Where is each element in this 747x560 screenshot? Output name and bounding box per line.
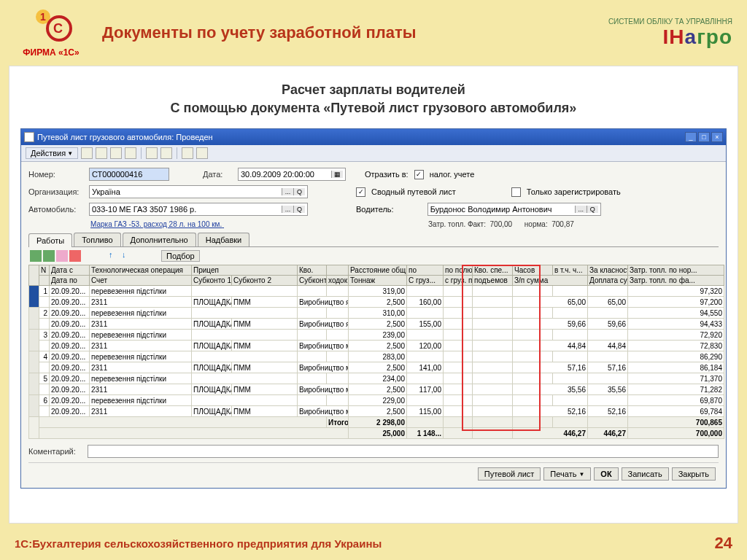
content-area: Расчет зарплаты водителей С помощью доку… [9, 66, 738, 524]
delete-row-icon[interactable] [69, 250, 81, 262]
app-window: Путевой лист грузового автомобиля: Прове… [20, 128, 727, 489]
search-icon[interactable]: Q [587, 206, 598, 213]
auto-input[interactable]: 033-10 МЕ ГАЗ 3507 1986 р....Q [89, 203, 308, 216]
table-row[interactable]: 320.09.20...перевезення підстілки 239,00… [29, 330, 724, 341]
svod-label: Сводный путевой лист [371, 187, 456, 196]
logo-1c: 1 С ФИРМА «1С» [15, 8, 88, 58]
footer-buttons: Путевой лист Печать ▼ ОК Записать Закрыт… [28, 462, 719, 482]
print-button[interactable]: Печать ▼ [543, 467, 591, 481]
separator [141, 147, 142, 159]
toolbar-icon-4[interactable] [125, 147, 136, 159]
toolbar-icon-6[interactable] [160, 147, 172, 159]
table-row[interactable]: 220.09.20...перевезення підстілки 310,00… [29, 308, 724, 319]
inagro-tagline: СИСТЕМИ ОБЛІКУ ТА УПРАВЛІННЯ [594, 18, 732, 26]
move-up-icon[interactable]: ↑ [109, 250, 120, 262]
ok-button[interactable]: ОК [594, 467, 618, 481]
onlyreg-checkbox[interactable] [511, 187, 521, 197]
date-input[interactable]: 30.09.2009 20:00:00▦ [238, 168, 346, 181]
tab-additional[interactable]: Дополнительно [123, 233, 196, 246]
toolbar-icon-3[interactable] [110, 147, 122, 159]
org-input[interactable]: Україна...Q [89, 185, 308, 198]
calendar-icon[interactable]: ▦ [331, 171, 343, 178]
toolbar-icon[interactable] [148, 250, 160, 262]
subtitle: Расчет зарплаты водителей С помощью доку… [20, 81, 727, 117]
tax-label: налог. учете [430, 170, 475, 179]
table-row[interactable]: 20.09.20...2311ПЛОЩАДКА ...ПММВиробництв… [29, 384, 724, 395]
edit-row-icon[interactable] [56, 250, 68, 262]
toolbar-icon-7[interactable] [182, 147, 193, 159]
tabs: Работы Топливо Дополнительно Надбавки [28, 233, 719, 247]
toolbar-icon-2[interactable] [96, 147, 107, 159]
footer-text: 1С:Бухгалтерия сельскохозяйственного пре… [15, 537, 382, 550]
driver-input[interactable]: Бурдонос Володимир Антонович...Q [427, 203, 601, 216]
table-row[interactable]: 20.09.20...2311ПЛОЩАДКА ...ПММВиробництв… [29, 297, 724, 308]
slide-header: 1 С ФИРМА «1С» Документы по учету зарабо… [0, 0, 747, 66]
toolbar-icon[interactable] [96, 250, 107, 262]
date-label: Дата: [203, 170, 232, 179]
page-number: 24 [715, 534, 732, 553]
move-down-icon[interactable]: ↓ [122, 250, 133, 262]
svg-text:С: С [53, 21, 63, 36]
separator [177, 147, 177, 159]
minimize-button[interactable]: _ [685, 132, 697, 142]
table-row[interactable]: 20.09.20...2311ПЛОЩАДКА ...ПММВиробництв… [29, 319, 724, 330]
logo-1c-icon: 1 С [30, 8, 72, 43]
save-button[interactable]: Записать [622, 467, 669, 481]
main-toolbar: Действия ▼ [21, 145, 726, 162]
table-row[interactable]: 20.09.20...2311ПЛОЩАДКА ...ПММВиробництв… [29, 406, 724, 417]
close-button[interactable]: Закрыть [672, 467, 716, 481]
table-row[interactable]: 620.09.20...перевезення підстілки 229,00… [29, 395, 724, 406]
selection-button[interactable]: Подбор [161, 250, 200, 262]
toolbar-icon-5[interactable] [146, 147, 158, 159]
maximize-button[interactable]: □ [698, 132, 710, 142]
svod-checkbox[interactable]: ✓ [356, 187, 365, 197]
number-label: Номер: [28, 170, 83, 179]
inagro-brand: ІНагро [594, 26, 732, 49]
subtitle-line2: С помощью документа «Путевой лист грузов… [171, 101, 577, 115]
close-button[interactable]: × [711, 132, 723, 142]
add-row-icon[interactable] [30, 250, 42, 262]
tab-work[interactable]: Работы [28, 233, 72, 247]
org-label: Организация: [28, 187, 83, 196]
svg-text:1: 1 [40, 11, 46, 23]
doc-icon [24, 132, 34, 142]
data-table[interactable]: NДата сТехнологическая операция ПрицепКв… [28, 265, 724, 439]
select-icon[interactable]: ... [575, 206, 587, 213]
form-body: Номер: СТ000000416 Дата: 30.09.2009 20:0… [21, 162, 726, 488]
auto-label: Автомобиль: [28, 205, 83, 214]
auto-info: Марка ГАЗ -53. расход 28 л. на 100 км. З… [90, 220, 719, 228]
waybill-button[interactable]: Путевой лист [478, 467, 541, 481]
comment-label: Коментарий: [28, 447, 83, 456]
toolbar-icon[interactable] [135, 250, 147, 262]
chevron-down-icon: ▼ [67, 150, 73, 157]
driver-label: Водитель: [356, 205, 394, 214]
table-row[interactable]: 420.09.20...перевезення підстілки 283,00… [29, 351, 724, 362]
tab-bonuses[interactable]: Надбавки [198, 233, 249, 246]
titlebar[interactable]: Путевой лист грузового автомобиля: Прове… [21, 129, 726, 145]
reflect-label: Отразить в: [365, 170, 409, 179]
tax-checkbox[interactable]: ✓ [414, 170, 424, 179]
search-icon[interactable]: Q [293, 188, 305, 195]
toolbar-icon-1[interactable] [81, 147, 93, 159]
table-row[interactable]: 20.09.20...2311ПЛОЩАДКА ...ПММВиробництв… [29, 341, 724, 351]
select-icon[interactable]: ... [282, 188, 293, 195]
table-row[interactable]: 520.09.20...перевезення підстілки 234,00… [29, 373, 724, 384]
table-row[interactable]: 20.09.20...2311ПЛОЩАДКА ...ПММВиробництв… [29, 362, 724, 373]
total-row: Итого: 2 298,00700,865 [29, 417, 724, 428]
toolbar-icon[interactable] [82, 250, 94, 262]
copy-row-icon[interactable] [43, 250, 55, 262]
total-row: 25,0001 148...446,27446,27700,000 [29, 428, 724, 439]
comment-input[interactable] [88, 445, 719, 458]
tab-fuel[interactable]: Топливо [74, 233, 120, 246]
toolbar-icon-8[interactable] [196, 147, 208, 159]
slide-footer: 1С:Бухгалтерия сельскохозяйственного пре… [15, 534, 732, 553]
search-icon[interactable]: Q [293, 206, 305, 213]
table-wrapper: NДата сТехнологическая операция ПрицепКв… [28, 265, 719, 439]
table-row[interactable]: 120.09.20...перевезення підстілки 319,00… [29, 286, 724, 297]
slide-title: Документы по учету заработной платы [88, 23, 594, 42]
number-input[interactable]: СТ000000416 [89, 168, 169, 181]
select-icon[interactable]: ... [282, 206, 293, 213]
logo-inagro: СИСТЕМИ ОБЛІКУ ТА УПРАВЛІННЯ ІНагро [594, 18, 732, 49]
brand-text: ФИРМА «1С» [15, 47, 88, 58]
actions-menu[interactable]: Действия ▼ [26, 147, 78, 159]
